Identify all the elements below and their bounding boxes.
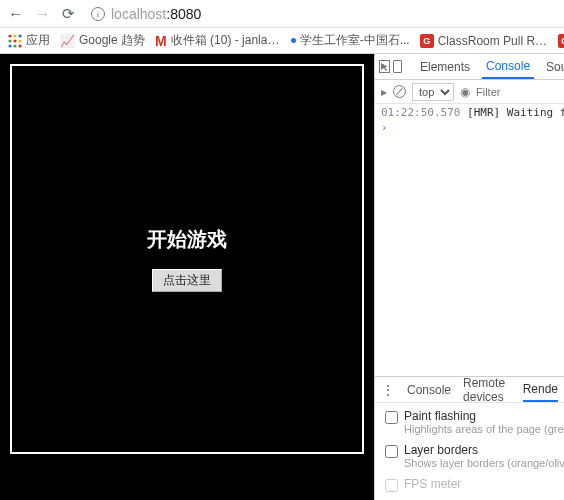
- svg-point-7: [13, 44, 16, 47]
- game-title: 开始游戏: [147, 226, 227, 253]
- svg-point-2: [18, 34, 21, 37]
- forward-button[interactable]: →: [35, 6, 50, 21]
- svg-point-8: [18, 44, 21, 47]
- drawer-tab-remote[interactable]: Remote devices: [463, 376, 511, 404]
- devtools-drawer: ⋮ Console Remote devices Rende Paint fla…: [375, 376, 564, 500]
- bookmark-student[interactable]: 学生工作室-中国石...: [291, 32, 410, 49]
- svg-point-6: [8, 44, 11, 47]
- reload-button[interactable]: ⟳: [62, 6, 75, 21]
- devtools-tabs: Elements Console Sourc: [375, 54, 564, 80]
- apps-button[interactable]: 应用: [8, 32, 50, 49]
- opt-fps-meter: FPS meter: [385, 477, 554, 492]
- bookmarks-bar: 应用 📈 Google 趋势 M 收件箱 (10) - janlay... 学生…: [0, 28, 564, 54]
- main-split: 开始游戏 点击这里 Elements Console Sourc ▸ top ◉…: [0, 54, 564, 500]
- dot-icon: [291, 38, 296, 43]
- back-button[interactable]: ←: [8, 6, 23, 21]
- page-area: 开始游戏 点击这里: [0, 54, 374, 500]
- filter-input[interactable]: [476, 86, 516, 98]
- svg-point-1: [13, 34, 16, 37]
- svg-point-0: [8, 34, 11, 37]
- console-filter-bar: ▸ top ◉: [375, 80, 564, 104]
- checkbox-fps-meter[interactable]: [385, 479, 398, 492]
- checkbox-paint-flashing[interactable]: [385, 411, 398, 424]
- console-prompt[interactable]: ›: [381, 121, 558, 134]
- url-bar[interactable]: i localhost:8080: [91, 6, 201, 22]
- context-select[interactable]: top: [412, 83, 454, 101]
- device-toggle-icon[interactable]: [398, 61, 400, 72]
- sidebar-toggle-icon[interactable]: ▸: [381, 85, 387, 99]
- drawer-tab-rendering[interactable]: Rende: [523, 377, 558, 402]
- tab-sources[interactable]: Sourc: [542, 54, 564, 79]
- trends-icon: 📈: [60, 34, 75, 48]
- checkbox-layer-borders[interactable]: [385, 445, 398, 458]
- game-container: 开始游戏 点击这里: [10, 64, 364, 454]
- svg-point-5: [18, 39, 21, 42]
- url-port: :8080: [166, 6, 201, 22]
- bookmark-google-trends[interactable]: 📈 Google 趋势: [60, 32, 145, 49]
- start-button[interactable]: 点击这里: [152, 269, 222, 292]
- url-host: localhost: [111, 6, 166, 22]
- drawer-menu-icon[interactable]: ⋮: [381, 382, 395, 398]
- nav-arrows: ← → ⟳: [8, 6, 75, 21]
- tab-console[interactable]: Console: [482, 54, 534, 79]
- bookmark-classroom[interactable]: G ClassRoom Pull Req...: [420, 34, 548, 48]
- bookmark-mobile[interactable]: G mobile Pull Request...: [558, 34, 564, 48]
- g-icon: G: [558, 34, 564, 48]
- bookmark-inbox[interactable]: M 收件箱 (10) - janlay...: [155, 32, 281, 49]
- browser-toolbar: ← → ⟳ i localhost:8080: [0, 0, 564, 28]
- drawer-tabs: ⋮ Console Remote devices Rende: [375, 377, 564, 403]
- clear-console-icon[interactable]: [393, 85, 406, 98]
- tab-elements[interactable]: Elements: [416, 54, 474, 79]
- opt-paint-flashing: Paint flashing Highlights areas of the p…: [385, 409, 554, 435]
- apps-icon: [8, 34, 22, 48]
- svg-point-3: [8, 39, 11, 42]
- rendering-options: Paint flashing Highlights areas of the p…: [375, 403, 564, 492]
- g-icon: G: [420, 34, 434, 48]
- opt-layer-borders: Layer borders Shows layer borders (orang…: [385, 443, 554, 469]
- log-line: 01:22:50.570 [HMR] Waiting for upd: [381, 106, 558, 119]
- inspect-icon[interactable]: [379, 60, 390, 73]
- live-expr-icon[interactable]: ◉: [460, 85, 470, 99]
- console-body[interactable]: 01:22:50.570 [HMR] Waiting for upd ›: [375, 104, 564, 376]
- devtools-panel: Elements Console Sourc ▸ top ◉ 01:22:50.…: [374, 54, 564, 500]
- gmail-icon: M: [155, 33, 167, 49]
- svg-point-4: [13, 39, 16, 42]
- drawer-tab-console[interactable]: Console: [407, 383, 451, 397]
- site-info-icon[interactable]: i: [91, 7, 105, 21]
